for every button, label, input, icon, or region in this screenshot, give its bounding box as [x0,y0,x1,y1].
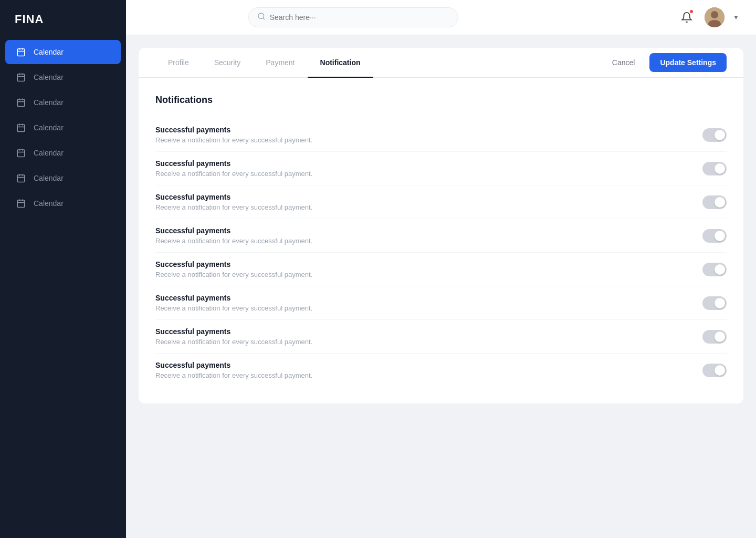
header-actions: ▼ [677,7,739,27]
tab-actions: Cancel Update Settings [604,53,727,72]
header: ▼ [126,0,756,35]
notification-toggle[interactable] [702,263,727,276]
section-title: Notifications [155,95,727,106]
sidebar-item-4[interactable]: Calendar [5,141,121,165]
notification-text: Successful payments Receive a notificati… [155,226,312,245]
notification-title: Successful payments [155,193,312,201]
notification-toggle[interactable] [702,162,727,175]
sidebar-item-label: Calendar [34,98,64,107]
notification-item: Successful payments Receive a notificati… [155,219,727,253]
sidebar-item-3[interactable]: Calendar [5,116,121,140]
calendar-icon [16,97,26,108]
notification-item: Successful payments Receive a notificati… [155,118,727,152]
svg-rect-0 [17,49,25,56]
notification-text: Successful payments Receive a notificati… [155,294,312,312]
sidebar: FINA Calendar Calendar [0,0,126,538]
calendar-icon [16,198,26,209]
app-logo: FINA [0,0,126,39]
notification-title: Successful payments [155,126,312,134]
notification-text: Successful payments Receive a notificati… [155,327,312,346]
svg-point-28 [258,13,264,19]
notification-description: Receive a notification for every success… [155,170,312,178]
svg-point-31 [711,11,718,18]
calendar-icon [16,122,26,133]
svg-rect-24 [17,200,25,208]
notification-title: Successful payments [155,260,312,268]
update-settings-button[interactable]: Update Settings [649,53,727,72]
sidebar-item-label: Calendar [34,174,64,182]
notification-text: Successful payments Receive a notificati… [155,361,312,379]
sidebar-item-0[interactable]: Calendar [5,40,121,64]
notification-text: Successful payments Receive a notificati… [155,159,312,178]
notification-title: Successful payments [155,294,312,302]
svg-rect-20 [17,175,25,182]
svg-line-29 [263,18,265,19]
notification-description: Receive a notification for every success… [155,237,312,245]
notification-description: Receive a notification for every success… [155,136,312,144]
notification-title: Successful payments [155,327,312,336]
svg-rect-16 [17,150,25,157]
notification-item: Successful payments Receive a notificati… [155,354,727,387]
search-bar[interactable] [248,7,458,27]
notification-description: Receive a notification for every success… [155,338,312,346]
tab-payment[interactable]: Payment [253,48,307,77]
sidebar-item-6[interactable]: Calendar [5,191,121,215]
user-dropdown-arrow[interactable]: ▼ [733,14,739,21]
sidebar-item-label: Calendar [34,149,64,157]
tab-notification[interactable]: Notification [308,48,373,77]
notification-button[interactable] [677,8,696,27]
notification-toggle[interactable] [702,229,727,243]
calendar-icon [16,148,26,158]
notification-item: Successful payments Receive a notificati… [155,253,727,286]
sidebar-item-1[interactable]: Calendar [5,65,121,89]
sidebar-item-label: Calendar [34,48,64,56]
notification-text: Successful payments Receive a notificati… [155,193,312,211]
calendar-icon [16,47,26,57]
svg-rect-4 [17,74,25,81]
notification-title: Successful payments [155,226,312,235]
notification-item: Successful payments Receive a notificati… [155,320,727,354]
search-icon [257,12,266,23]
sidebar-item-label: Calendar [34,123,64,132]
notification-description: Receive a notification for every success… [155,371,312,379]
settings-card: ProfileSecurityPaymentNotification Cance… [139,48,743,404]
tab-security[interactable]: Security [202,48,254,77]
notifications-section: Notifications Successful payments Receiv… [139,78,743,404]
notification-badge [689,9,694,14]
avatar-image [705,7,724,27]
notification-text: Successful payments Receive a notificati… [155,260,312,278]
notification-toggle[interactable] [702,330,727,344]
avatar[interactable] [705,7,724,27]
sidebar-item-2[interactable]: Calendar [5,90,121,115]
notification-title: Successful payments [155,361,312,369]
notification-item: Successful payments Receive a notificati… [155,185,727,219]
notification-description: Receive a notification for every success… [155,304,312,312]
notification-item: Successful payments Receive a notificati… [155,152,727,185]
tab-profile[interactable]: Profile [155,48,202,77]
search-input[interactable] [270,13,449,22]
content-area: ProfileSecurityPaymentNotification Cance… [126,35,756,538]
notification-description: Receive a notification for every success… [155,271,312,278]
notification-toggle[interactable] [702,296,727,310]
notification-toggle[interactable] [702,128,727,142]
notification-text: Successful payments Receive a notificati… [155,126,312,144]
sidebar-item-5[interactable]: Calendar [5,166,121,190]
svg-rect-8 [17,99,25,107]
sidebar-item-label: Calendar [34,199,64,208]
notification-list: Successful payments Receive a notificati… [155,118,727,387]
sidebar-item-label: Calendar [34,73,64,81]
cancel-button[interactable]: Cancel [604,54,644,71]
notification-title: Successful payments [155,159,312,168]
notification-toggle[interactable] [702,195,727,209]
notification-toggle[interactable] [702,364,727,377]
tabs-bar: ProfileSecurityPaymentNotification Cance… [139,48,743,78]
svg-rect-12 [17,125,25,132]
calendar-icon [16,72,26,82]
notification-description: Receive a notification for every success… [155,203,312,211]
notification-item: Successful payments Receive a notificati… [155,286,727,320]
main-content: ▼ ProfileSecurityPaymentNotification Can… [126,0,756,538]
calendar-icon [16,173,26,183]
